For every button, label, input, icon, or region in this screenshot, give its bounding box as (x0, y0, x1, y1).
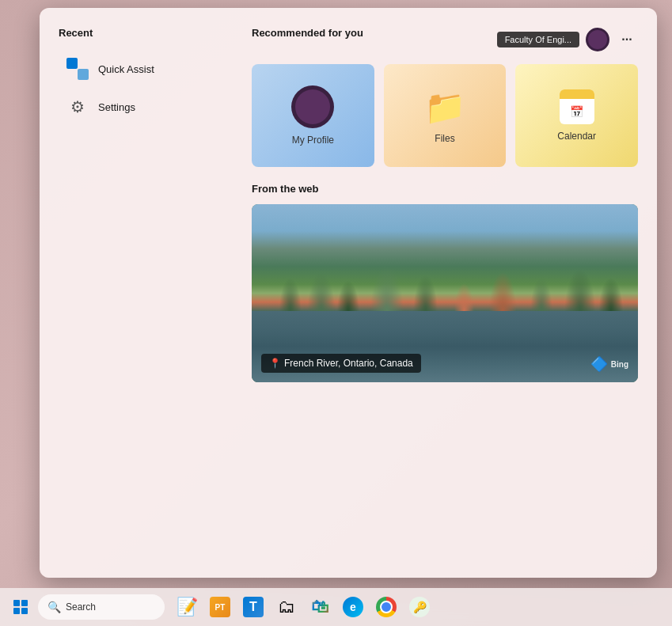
from-web-section: From the web 📍 French River, Ontario, Ca… (252, 183, 638, 382)
todo-icon: T (243, 597, 264, 617)
profile-avatar-icon (291, 85, 334, 128)
location-pin-icon: 📍 (269, 358, 281, 369)
account-avatar-inner (588, 30, 607, 49)
settings-label: Settings (98, 101, 135, 113)
web-image-card[interactable]: 📍 French River, Ontario, Canada 🔷 Bing (252, 204, 638, 382)
rec-card-my-profile[interactable]: My Profile (252, 64, 374, 167)
left-panel: Recent Quick Assist ⚙ Settings (59, 27, 233, 559)
from-web-title: From the web (252, 183, 638, 195)
recommended-cards: My Profile 📁 Files 📅 Calendar (252, 64, 638, 167)
account-pill[interactable]: Faculty Of Engi... (497, 32, 579, 47)
search-icon: 🔍 (47, 601, 61, 613)
account-avatar[interactable] (586, 28, 609, 51)
vpn-icon: 🔑 (409, 597, 430, 617)
bing-badge: 🔷 Bing (590, 355, 628, 373)
sticky-notes-icon: 📝 (177, 597, 198, 617)
taskbar-chrome[interactable] (370, 591, 402, 623)
taskbar-microsoft-store[interactable]: 🛍 (304, 591, 336, 623)
search-text: Search (66, 601, 96, 613)
start-menu: Recent Quick Assist ⚙ Settings Recommend… (40, 8, 657, 578)
quick-assist-label: Quick Assist (98, 63, 154, 75)
taskbar-edge[interactable]: e (337, 591, 369, 623)
location-label: French River, Ontario, Canada (284, 358, 413, 369)
store-icon: 🛍 (311, 597, 328, 617)
taskbar-vpn[interactable]: 🔑 (404, 591, 435, 623)
powertoys-icon: PT (210, 597, 230, 617)
recommended-header: Recommended for you Faculty Of Engi... ·… (252, 27, 638, 51)
rec-card-calendar[interactable]: 📅 Calendar (515, 64, 638, 167)
bing-logo: Bing (611, 360, 628, 369)
recent-item-quick-assist[interactable]: Quick Assist (59, 51, 233, 86)
chrome-icon (376, 597, 397, 617)
taskbar-icons: 📝 PT T 🗂 🛍 e 🔑 (171, 591, 435, 623)
my-profile-label: My Profile (292, 135, 334, 146)
calendar-icon-body: 📅 (560, 99, 594, 124)
recommended-section-title: Recommended for you (252, 27, 363, 39)
file-explorer-icon: 🗂 (278, 597, 295, 617)
files-label: Files (435, 133, 454, 144)
taskbar-search[interactable]: 🔍 Search (38, 594, 165, 620)
taskbar-powertoys[interactable]: PT (204, 591, 236, 623)
profile-avatar-inner (295, 89, 330, 124)
calendar-icon-header (560, 89, 594, 99)
tree-layer (252, 204, 638, 311)
taskbar-sticky-notes[interactable]: 📝 (171, 591, 203, 623)
web-image-caption: 📍 French River, Ontario, Canada (261, 354, 421, 373)
windows-icon (13, 600, 28, 614)
right-panel: Recommended for you Faculty Of Engi... ·… (252, 27, 638, 559)
quick-assist-icon (66, 58, 89, 80)
settings-icon: ⚙ (66, 96, 89, 118)
taskbar-teams[interactable]: T (237, 591, 269, 623)
rec-card-files[interactable]: 📁 Files (384, 64, 507, 167)
more-options-button[interactable]: ··· (616, 28, 638, 51)
calendar-label: Calendar (557, 131, 596, 142)
taskbar: 🔍 Search 📝 PT T 🗂 🛍 e (0, 588, 672, 626)
edge-icon: e (343, 597, 363, 617)
bing-icon: 🔷 (590, 355, 608, 373)
calendar-icon: 📅 (560, 89, 594, 124)
taskbar-file-explorer[interactable]: 🗂 (271, 591, 302, 623)
recent-item-settings[interactable]: ⚙ Settings (59, 89, 233, 124)
start-button[interactable] (6, 593, 35, 621)
files-icon: 📁 (424, 88, 465, 127)
recent-section-title: Recent (59, 27, 233, 39)
